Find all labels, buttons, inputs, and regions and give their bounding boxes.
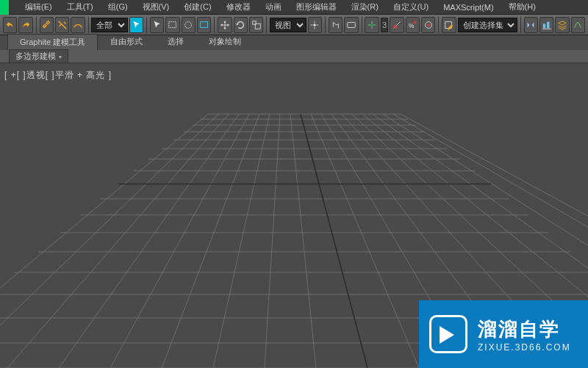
svg-line-33: [0, 114, 208, 368]
svg-rect-2: [201, 21, 208, 27]
window-crossing-button[interactable]: [197, 17, 211, 33]
svg-line-34: [0, 114, 218, 368]
menu-views[interactable]: 视图(V): [135, 0, 177, 14]
watermark-banner: 溜溜自学 ZIXUE.3D66.COM: [419, 300, 588, 368]
align-button[interactable]: [539, 17, 553, 33]
undo-button[interactable]: [3, 17, 17, 33]
link-button[interactable]: [40, 17, 54, 33]
angle-snap-button[interactable]: [390, 17, 404, 33]
tab-objectpaint[interactable]: 对象绘制: [196, 33, 254, 50]
ribbon-panel-row: 多边形建模: [0, 50, 588, 63]
svg-rect-6: [348, 22, 356, 27]
ribbon-tabs: Graphite 建模工具 自由形式 选择 对象绘制: [0, 35, 588, 50]
svg-point-11: [427, 24, 430, 26]
redo-button[interactable]: [18, 17, 32, 33]
tab-selection[interactable]: 选择: [155, 33, 196, 50]
manipulate-button[interactable]: [329, 17, 343, 33]
mirror-button[interactable]: [524, 17, 538, 33]
menu-edit[interactable]: 编辑(E): [18, 0, 60, 14]
select-object-button[interactable]: [129, 17, 143, 33]
select-circular-button[interactable]: [182, 17, 196, 33]
select-pointer-button[interactable]: [150, 17, 164, 33]
layers-button[interactable]: [555, 17, 569, 33]
spinner-snap-button[interactable]: [421, 17, 435, 33]
svg-line-35: [7, 114, 229, 368]
menu-rendering[interactable]: 渲染(R): [344, 0, 386, 14]
svg-rect-14: [547, 21, 550, 28]
svg-line-36: [59, 114, 239, 368]
reference-coord-dropdown[interactable]: 视图: [270, 18, 306, 32]
svg-line-39: [213, 114, 270, 368]
svg-line-37: [110, 114, 249, 368]
play-icon: [429, 315, 467, 353]
snap-spinner[interactable]: 3: [381, 18, 389, 32]
app-icon-edge: [0, 0, 9, 15]
menu-maxscript[interactable]: MAXScript(M): [436, 1, 501, 13]
svg-point-9: [414, 21, 417, 24]
unlink-button[interactable]: [55, 17, 69, 33]
main-toolbar: 全部 视图 3 % 创建选择集: [0, 15, 588, 35]
svg-line-53: [301, 114, 368, 368]
menu-group[interactable]: 组(G): [101, 0, 135, 14]
select-move-button[interactable]: [218, 17, 232, 33]
menu-help[interactable]: 帮助(H): [501, 0, 543, 14]
bind-spacewarp-button[interactable]: [71, 17, 85, 33]
curve-editor-button[interactable]: [571, 17, 585, 33]
svg-point-7: [370, 24, 373, 26]
main-menubar: 编辑(E) 工具(T) 组(G) 视图(V) 创建(C) 修改器 动画 图形编辑…: [0, 0, 588, 15]
selection-filter-dropdown[interactable]: 全部: [91, 18, 127, 32]
svg-line-43: [311, 114, 419, 368]
watermark-title: 溜溜自学: [478, 316, 571, 342]
snap-move-button[interactable]: [365, 17, 379, 33]
select-rectangle-button[interactable]: [165, 17, 179, 33]
menu-modifiers[interactable]: 修改器: [219, 0, 258, 14]
menu-animation[interactable]: 动画: [258, 0, 289, 14]
menu-grapheditors[interactable]: 图形编辑器: [289, 0, 344, 14]
svg-rect-13: [542, 24, 545, 28]
poly-modeling-panel[interactable]: 多边形建模: [9, 49, 68, 63]
svg-line-38: [162, 114, 259, 368]
pivot-center-button[interactable]: [308, 17, 322, 33]
percent-snap-button[interactable]: %: [406, 17, 420, 33]
watermark-url: ZIXUE.3D66.COM: [478, 342, 571, 353]
named-selection-dropdown[interactable]: 创建选择集: [458, 18, 517, 32]
svg-point-5: [314, 24, 317, 26]
tab-graphite[interactable]: Graphite 建模工具: [7, 34, 98, 50]
select-rotate-button[interactable]: [234, 17, 248, 33]
edit-named-sel-button[interactable]: [442, 17, 456, 33]
menu-tools[interactable]: 工具(T): [60, 0, 101, 14]
keyboard-shortcut-button[interactable]: [344, 17, 358, 33]
svg-line-41: [290, 114, 316, 368]
menu-customize[interactable]: 自定义(U): [386, 0, 436, 14]
menu-create[interactable]: 创建(C): [176, 0, 218, 14]
svg-line-40: [265, 114, 280, 368]
select-scale-button[interactable]: [249, 17, 263, 33]
svg-text:%: %: [409, 21, 415, 29]
tab-freeform[interactable]: 自由形式: [98, 33, 155, 50]
svg-rect-0: [169, 21, 176, 27]
svg-point-1: [185, 21, 192, 28]
perspective-viewport[interactable]: [ +[ ]透视[ ]平滑 + 高光 ]: [0, 63, 588, 368]
